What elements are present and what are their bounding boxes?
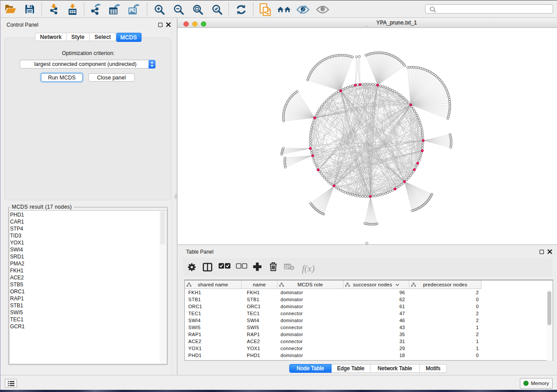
- svg-text:f(x): f(x): [302, 263, 315, 274]
